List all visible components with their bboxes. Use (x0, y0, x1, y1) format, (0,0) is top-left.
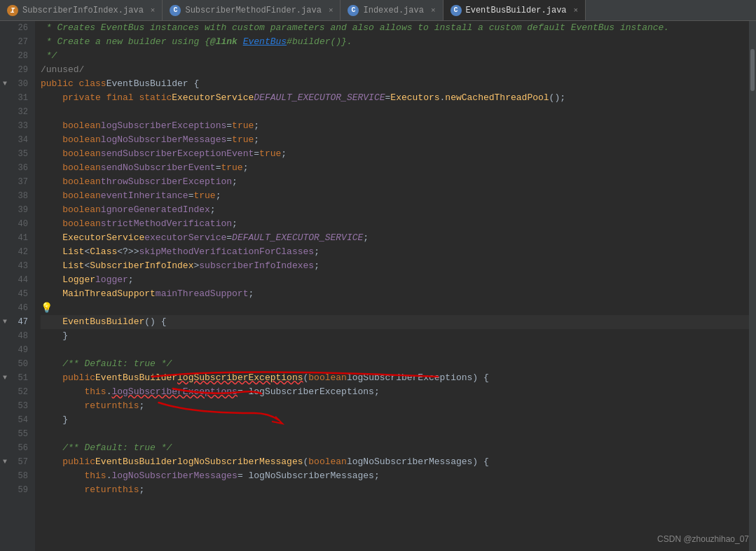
ln-43: 43 (10, 259, 31, 273)
code-line-53: return this; (41, 399, 749, 413)
fold-35 (0, 147, 10, 161)
code-line-26: * Creates EventBus instances with custom… (41, 21, 749, 35)
code-line-55 (41, 427, 749, 441)
code-line-36: boolean sendNoSubscriberEvent = true; (41, 161, 749, 175)
scrollbar-thumb[interactable] (750, 49, 755, 91)
editor-body: ▼ ▼ ▼ ▼ (0, 21, 756, 551)
tab-label-1: SubscriberInfoIndex.java (22, 6, 144, 15)
fold-46 (0, 301, 10, 315)
tab-close-1[interactable]: × (151, 6, 156, 15)
fold-51[interactable]: ▼ (0, 371, 10, 385)
tab-bar: I SubscriberInfoIndex.java × C Subscribe… (0, 0, 756, 21)
fold-57[interactable]: ▼ (0, 455, 10, 469)
fold-30[interactable]: ▼ (0, 77, 10, 91)
ln-53: 53 (10, 399, 31, 413)
tab-close-4[interactable]: × (574, 6, 579, 15)
fold-33 (0, 119, 10, 133)
fold-58 (0, 469, 10, 483)
ln-54: 54 (10, 413, 31, 427)
ln-59: 59 (10, 483, 31, 497)
ln-38: 38 (10, 189, 31, 203)
code-line-51: public EventBusBuilder logSubscriberExce… (41, 371, 749, 385)
tab-indexed[interactable]: C Indexed.java × (341, 0, 443, 20)
fold-48 (0, 329, 10, 343)
ln-41: 41 (10, 231, 31, 245)
ln-26: 26 (10, 21, 31, 35)
code-line-30: public class EventBusBuilder { (41, 77, 749, 91)
fold-52 (0, 385, 10, 399)
fold-42 (0, 245, 10, 259)
code-line-45: MainThreadSupport mainThreadSupport; (41, 287, 749, 301)
ln-39: 39 (10, 203, 31, 217)
ln-40: 40 (10, 217, 31, 231)
ln-50: 50 (10, 357, 31, 371)
code-line-48: } (41, 329, 749, 343)
bulb-icon[interactable]: 💡 (41, 302, 52, 314)
code-line-43: List<SubscriberInfoIndex> subscriberInfo… (41, 259, 749, 273)
ln-45: 45 (10, 287, 31, 301)
tab-icon-1: I (7, 5, 18, 16)
ln-52: 52 (10, 385, 31, 399)
ln-51: 51 (10, 371, 31, 385)
fold-47[interactable]: ▼ (0, 315, 10, 329)
code-area[interactable]: * Creates EventBus instances with custom… (35, 21, 749, 551)
fold-38 (0, 189, 10, 203)
watermark: CSDN @zhouzhihao_07 (657, 534, 749, 544)
fold-54 (0, 413, 10, 427)
fold-59 (0, 483, 10, 497)
tab-close-2[interactable]: × (329, 6, 334, 15)
ln-49: 49 (10, 343, 31, 357)
tab-close-3[interactable]: × (431, 6, 436, 15)
code-line-32 (41, 105, 749, 119)
tab-subscriber-info-index[interactable]: I SubscriberInfoIndex.java × (0, 0, 163, 20)
code-line-34: boolean logNoSubscriberMessages = true; (41, 133, 749, 147)
fold-40 (0, 217, 10, 231)
code-line-44: Logger logger; (41, 273, 749, 287)
ln-32: 32 (10, 105, 31, 119)
code-line-49 (41, 343, 749, 357)
fold-45 (0, 287, 10, 301)
fold-29 (0, 63, 10, 77)
fold-43 (0, 259, 10, 273)
code-line-58: this.logNoSubscriberMessages = logNoSubs… (41, 469, 749, 483)
code-line-42: List<Class<?>> skipMethodVerificationFor… (41, 245, 749, 259)
ln-28: 28 (10, 49, 31, 63)
ln-47: 47 (10, 315, 31, 329)
ln-36: 36 (10, 161, 31, 175)
code-line-35: boolean sendSubscriberExceptionEvent = t… (41, 147, 749, 161)
code-line-50: /** Default: true */ (41, 357, 749, 371)
ln-58: 58 (10, 469, 31, 483)
ln-42: 42 (10, 245, 31, 259)
ln-27: 27 (10, 35, 31, 49)
vertical-scrollbar[interactable] (749, 21, 756, 551)
code-line-37: boolean throwSubscriberException; (41, 175, 749, 189)
fold-34 (0, 133, 10, 147)
fold-53 (0, 399, 10, 413)
tab-label-3: Indexed.java (363, 6, 423, 15)
ln-31: 31 (10, 91, 31, 105)
code-line-39: boolean ignoreGeneratedIndex; (41, 203, 749, 217)
fold-49 (0, 343, 10, 357)
code-line-41: ExecutorService executorService = DEFAUL… (41, 231, 749, 245)
ln-44: 44 (10, 273, 31, 287)
code-line-31: private final static ExecutorService DEF… (41, 91, 749, 105)
tab-icon-3: C (348, 5, 359, 16)
code-line-59: return this; (41, 483, 749, 497)
fold-56 (0, 441, 10, 455)
code-line-27: * Create a new builder using {@link Even… (41, 35, 749, 49)
code-line-28: */ (41, 49, 749, 63)
fold-41 (0, 231, 10, 245)
fold-31 (0, 91, 10, 105)
editor-window: I SubscriberInfoIndex.java × C Subscribe… (0, 0, 756, 551)
tab-event-bus-builder[interactable]: C EventBusBuilder.java × (444, 0, 586, 20)
tab-subscriber-method-finder[interactable]: C SubscriberMethodFinder.java × (163, 0, 341, 20)
fold-50 (0, 357, 10, 371)
ln-35: 35 (10, 147, 31, 161)
code-line-29: /unused/ (41, 63, 749, 77)
tab-icon-4: C (451, 5, 462, 16)
tab-icon-2: C (170, 5, 181, 16)
code-line-33: boolean logSubscriberExceptions = true; (41, 119, 749, 133)
fold-55 (0, 427, 10, 441)
code-line-54: } (41, 413, 749, 427)
fold-39 (0, 203, 10, 217)
